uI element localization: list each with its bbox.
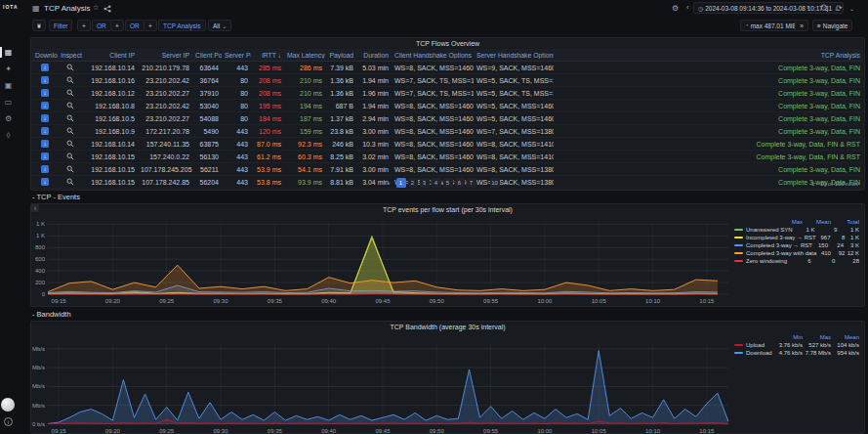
column-header-payload[interactable]: Payload bbox=[325, 52, 356, 59]
legend-item[interactable]: Unanswered SYN1 K91 K bbox=[734, 226, 859, 234]
or-button-2[interactable]: OR bbox=[125, 20, 145, 31]
column-header-tcp-analysis[interactable]: TCP Analysis bbox=[554, 52, 863, 59]
inspect-magnifier-icon[interactable] bbox=[66, 127, 74, 135]
sidebar-item-shield-icon[interactable]: ◊ bbox=[3, 130, 14, 141]
inspect-magnifier-icon[interactable] bbox=[66, 89, 74, 97]
column-header-server-port[interactable]: Server Port bbox=[222, 52, 251, 59]
legend-item[interactable]: Completed 3-way with data4109212 K bbox=[734, 249, 859, 257]
svg-text:0 b/s: 0 b/s bbox=[32, 421, 45, 427]
download-icon[interactable]: ↓ bbox=[41, 152, 49, 160]
cell-analysis: Complete 3-way, Data, FIN bbox=[554, 77, 863, 84]
download-icon[interactable]: ↓ bbox=[41, 165, 49, 173]
star-icon[interactable]: ☆ bbox=[93, 4, 99, 12]
cell-client_hs: WS=8, SACK, MSS=1460 bbox=[392, 65, 474, 71]
page-prev-button[interactable]: ‹ bbox=[385, 178, 394, 188]
refresh-icon[interactable]: ⟳ bbox=[836, 4, 843, 13]
legend-stat-header[interactable]: Max bbox=[774, 219, 803, 225]
cell-irtt: 120 ms bbox=[251, 128, 284, 135]
tcp-analysis-filter-button[interactable]: TCP Analysis bbox=[158, 20, 206, 31]
legend-item[interactable]: Zero windowing6028 bbox=[734, 257, 859, 265]
download-icon[interactable]: ↓ bbox=[41, 89, 49, 97]
page-button-7[interactable]: 7 bbox=[467, 178, 476, 188]
column-header-inspect[interactable]: Inspect bbox=[58, 52, 83, 59]
column-header-irtt-[interactable]: iRTT ↓ bbox=[251, 52, 284, 59]
column-header-max-latency[interactable]: Max Latency bbox=[284, 52, 325, 59]
section-header-bandwidth[interactable]: - Bandwidth bbox=[32, 310, 71, 319]
column-header-client-handshake-options[interactable]: Client Handshake Options bbox=[392, 52, 474, 59]
navigate-button[interactable]: ≡ Navigate bbox=[812, 20, 852, 31]
inspect-magnifier-icon[interactable] bbox=[66, 140, 74, 148]
cell-client_hs: WS=8, SACK, MSS=1460 bbox=[392, 153, 474, 160]
download-icon[interactable]: ↓ bbox=[41, 114, 49, 122]
inspect-magnifier-icon[interactable] bbox=[66, 102, 74, 109]
legend-stat-header[interactable]: Total bbox=[831, 219, 859, 225]
sidebar-item-dashboards-icon[interactable]: ▦ bbox=[3, 47, 14, 58]
legend-item[interactable]: Download4.76 kb/s7.78 Mb/s954 kb/s bbox=[734, 349, 859, 357]
max-size-button[interactable]: ◔ max 487.01 MiB bbox=[740, 20, 802, 31]
add-filter-button-3[interactable]: + bbox=[144, 20, 157, 31]
page-button-4[interactable]: 4 bbox=[432, 178, 441, 188]
share-icon[interactable] bbox=[103, 5, 111, 13]
page-button-6[interactable]: 6 bbox=[455, 178, 465, 188]
cell-server_ip: 23.210.202.42 bbox=[138, 103, 192, 109]
column-header-client-ip[interactable]: Client IP bbox=[83, 52, 138, 59]
sidebar-item-settings-icon[interactable]: ⚙ bbox=[3, 113, 14, 124]
overlay-info-icon[interactable]: i bbox=[4, 417, 13, 426]
legend-item[interactable]: Incompleted 3-way → RST96781 K bbox=[734, 234, 859, 241]
or-button-1[interactable]: OR bbox=[92, 20, 111, 31]
inspect-magnifier-icon[interactable] bbox=[66, 165, 74, 173]
download-icon[interactable]: ↓ bbox=[41, 102, 49, 109]
sidebar-item-sparkle-icon[interactable]: ✦ bbox=[3, 64, 14, 74]
legend-stat-value: 6 bbox=[787, 258, 811, 264]
table-row: ↓192.168.10.15107.178.245.2055621144353.… bbox=[32, 163, 863, 176]
legend-stat-header[interactable]: Mean bbox=[831, 334, 859, 340]
inspect-magnifier-icon[interactable] bbox=[66, 76, 74, 84]
legend-stat-header[interactable]: Min bbox=[774, 334, 803, 340]
time-forward-icon[interactable]: › bbox=[806, 3, 809, 12]
inspect-magnifier-icon[interactable] bbox=[66, 114, 74, 122]
all-dropdown[interactable]: All ⌄ bbox=[208, 20, 231, 31]
legend-item[interactable]: Completed 3-way → RST150243 K bbox=[734, 241, 859, 249]
page-button-10[interactable]: 10 bbox=[490, 178, 500, 188]
cell-max_latency: 159 ms bbox=[284, 128, 325, 135]
sidebar-item-panels-icon[interactable]: ▣ bbox=[3, 80, 14, 91]
add-filter-button-2[interactable]: + bbox=[110, 20, 124, 31]
cell-irtt: 61.2 ms bbox=[251, 153, 284, 160]
overlay-bubble[interactable] bbox=[1, 398, 15, 412]
download-icon[interactable]: ↓ bbox=[41, 64, 49, 71]
refresh-interval-dropdown[interactable]: ⌄ bbox=[849, 5, 854, 12]
legend-stat-header[interactable]: Mean bbox=[803, 219, 831, 225]
section-header-tcp-events[interactable]: - TCP - Events bbox=[32, 193, 80, 201]
expand-arrows-button[interactable]: » bbox=[795, 20, 808, 31]
legend-stat-value: 12 K bbox=[845, 250, 859, 256]
legend-item[interactable]: Upload3.76 kb/s527 kb/s104 kb/s bbox=[734, 341, 859, 349]
legend-stat-value: 150 bbox=[812, 242, 828, 248]
download-icon[interactable]: ↓ bbox=[41, 127, 49, 135]
column-header-server-handshake-options[interactable]: Server Handshake Options bbox=[474, 52, 554, 59]
column-header-server-ip[interactable]: Server IP bbox=[138, 52, 192, 59]
page-button-2[interactable]: 2 bbox=[408, 178, 418, 188]
inspect-magnifier-icon[interactable] bbox=[66, 64, 74, 71]
column-header-client-port[interactable]: Client Port bbox=[192, 52, 222, 59]
zoom-out-icon[interactable] bbox=[820, 4, 829, 13]
page-button-5[interactable]: 5 bbox=[443, 178, 453, 188]
legend-stat-value: 7.78 Mb/s bbox=[803, 350, 831, 356]
page-next-button[interactable]: › bbox=[502, 178, 512, 188]
legend-stat-header[interactable]: Max bbox=[803, 334, 831, 340]
filter-button[interactable]: Filter bbox=[49, 20, 72, 31]
download-icon[interactable]: ↓ bbox=[41, 76, 49, 84]
sidebar-item-folder-icon[interactable]: ▭ bbox=[3, 97, 14, 108]
column-header-duration[interactable]: Duration bbox=[356, 52, 392, 59]
page-button-1[interactable]: 1 bbox=[396, 178, 406, 188]
page-ellipsis[interactable]: … bbox=[478, 178, 488, 188]
add-filter-button[interactable]: + bbox=[77, 20, 91, 31]
inspect-magnifier-icon[interactable] bbox=[66, 152, 74, 160]
column-header-download[interactable]: Download bbox=[32, 52, 58, 59]
page-button-3[interactable]: 3 bbox=[420, 178, 430, 188]
time-back-icon[interactable]: ‹ bbox=[686, 3, 689, 12]
gear-icon[interactable]: ⚙ bbox=[672, 4, 679, 13]
trash-button[interactable] bbox=[32, 20, 46, 31]
legend-stat-value: 954 kb/s bbox=[831, 350, 859, 356]
svg-text:09:15: 09:15 bbox=[52, 428, 67, 434]
download-icon[interactable]: ↓ bbox=[41, 140, 49, 148]
